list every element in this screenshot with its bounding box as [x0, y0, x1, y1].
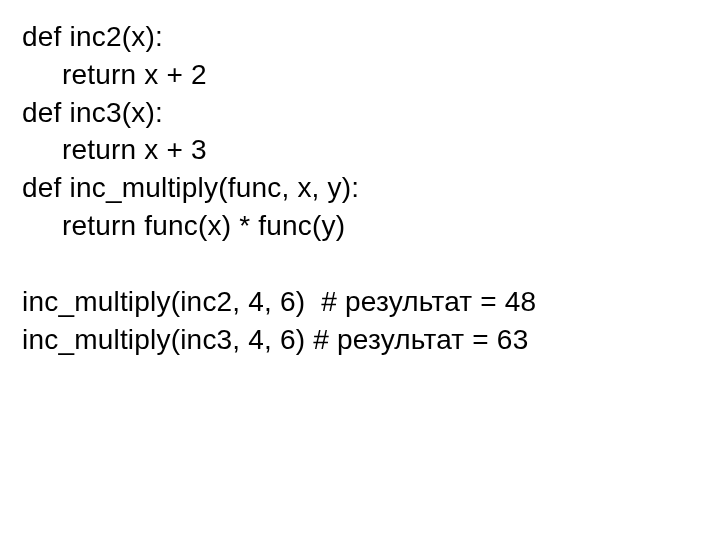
code-line-call-inc2: inc_multiply(inc2, 4, 6) # результат = 4… [22, 283, 698, 321]
code-line-return-inc3: return x + 3 [22, 131, 698, 169]
code-line-return-inc-multiply: return func(x) * func(y) [22, 207, 698, 245]
code-line-def-inc-multiply: def inc_multiply(func, x, y): [22, 169, 698, 207]
slide: def inc2(x): return x + 2 def inc3(x): r… [0, 0, 720, 540]
code-line-def-inc3: def inc3(x): [22, 94, 698, 132]
code-line-def-inc2: def inc2(x): [22, 18, 698, 56]
blank-line [22, 245, 698, 283]
code-line-call-inc3: inc_multiply(inc3, 4, 6) # результат = 6… [22, 321, 698, 359]
code-line-return-inc2: return x + 2 [22, 56, 698, 94]
code-block: def inc2(x): return x + 2 def inc3(x): r… [22, 18, 698, 358]
